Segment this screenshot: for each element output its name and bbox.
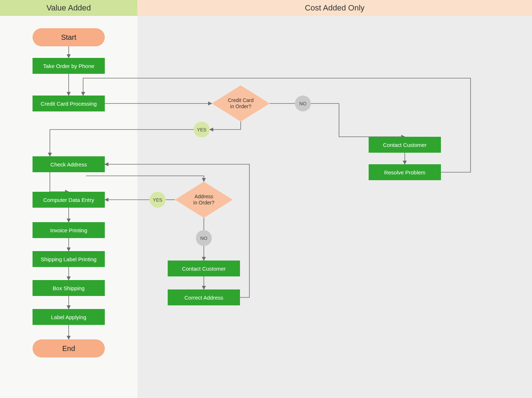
process-contact-customer-cc: Contact Customer — [369, 137, 441, 153]
value-added-header: Value Added — [0, 0, 137, 16]
process-take-order: Take Order by Phone — [33, 58, 105, 74]
process-contact-customer-addr: Contact Customer — [168, 261, 240, 276]
process-correct-address: Correct Address — [168, 289, 240, 305]
end-terminator: End — [33, 339, 105, 357]
cost-added-header: Cost Added Only — [137, 0, 532, 16]
process-shipping-label-printing: Shipping Label Printing — [33, 251, 105, 267]
process-check-address: Check Address — [33, 156, 105, 172]
badge-yes-address: YES — [150, 192, 166, 208]
flowchart-canvas: Value Added Cost Added Only — [0, 0, 532, 398]
badge-yes-credit-card: YES — [194, 122, 210, 137]
badge-no-credit-card: NO — [295, 96, 311, 111]
process-label-applying: Label Applying — [33, 309, 105, 325]
process-credit-card-processing: Credit Card Processing — [33, 96, 105, 111]
process-box-shipping: Box Shipping — [33, 280, 105, 296]
badge-no-address: NO — [196, 230, 212, 246]
process-invoice-printing: Invoice Printing — [33, 222, 105, 238]
process-resolve-problem: Resolve Problem — [369, 164, 441, 180]
cost-added-column-bg — [137, 0, 532, 398]
start-terminator: Start — [33, 28, 105, 46]
process-computer-data-entry: Computer Data Entry — [33, 192, 105, 208]
